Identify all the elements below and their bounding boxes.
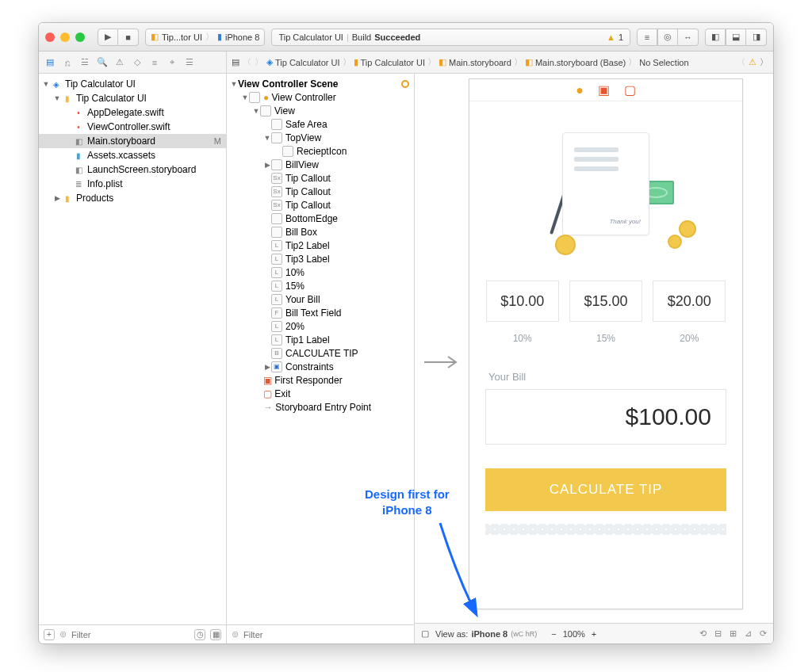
nav-forward-button[interactable]: 〉 — [255, 56, 263, 68]
zoom-out-button[interactable]: − — [551, 629, 556, 639]
pin-button[interactable]: ⊞ — [730, 628, 737, 639]
issues-indicator-icon[interactable]: ⚠ — [749, 57, 756, 67]
nav-back-button[interactable]: 〈 — [243, 56, 251, 68]
toggle-navigator-button[interactable]: ◧ — [705, 29, 726, 46]
jump-forward-button[interactable]: 〉 — [760, 56, 768, 68]
project-navigator-tab[interactable]: ▤ — [44, 56, 56, 69]
zoom-window-button[interactable] — [75, 32, 85, 42]
device-frame[interactable]: ● ▣ ▢ Thank you! $10.0010%$15.0015%$20.0… — [469, 78, 743, 609]
update-frames-button[interactable]: ⟳ — [760, 628, 767, 639]
run-button[interactable]: ▶ — [98, 29, 118, 46]
outline-row[interactable]: SxTip Callout — [227, 171, 414, 185]
outline-row[interactable]: ▶▣Constraints — [227, 360, 414, 373]
folder-icon: ▮ — [61, 192, 74, 204]
receipt-illustration: Thank you! — [469, 101, 742, 266]
outline-row[interactable]: L15% — [227, 279, 414, 292]
outline-row[interactable]: ▼TopView — [227, 131, 414, 144]
test-navigator-tab[interactable]: ◇ — [131, 56, 144, 69]
outline-row[interactable]: LTip3 Label — [227, 252, 414, 265]
outline-row[interactable]: ▼View — [227, 104, 414, 117]
tip-row: $10.0010%$15.0015%$20.0020% — [469, 281, 742, 344]
stop-button[interactable]: ■ — [118, 29, 139, 46]
swift-icon: • — [72, 106, 85, 119]
outline-row[interactable]: ▼● View Controller — [227, 90, 414, 104]
align-button[interactable]: ⊟ — [714, 628, 722, 639]
navigator-row[interactable]: •AppDelegate.swift — [39, 105, 226, 120]
close-window-button[interactable] — [45, 32, 55, 42]
issue-navigator-tab[interactable]: ⚠ — [113, 56, 126, 69]
outline-row[interactable]: LTip1 Label — [227, 333, 414, 346]
view-controller-icon[interactable]: ● — [576, 83, 584, 97]
navigator-row[interactable]: ◧Main.storyboardM — [39, 134, 226, 148]
symbol-navigator-tab[interactable]: ☱ — [79, 56, 91, 69]
outline-row[interactable]: FBill Text Field — [227, 306, 414, 319]
interface-builder-canvas[interactable]: ● ▣ ▢ Thank you! $10.0010%$15.0015%$20.0… — [415, 74, 773, 643]
toggle-debug-button[interactable]: ⬓ — [726, 29, 746, 46]
tip-value: $20.00 — [653, 281, 726, 322]
status-build-label: Build — [352, 32, 371, 42]
report-navigator-tab[interactable]: ☰ — [183, 56, 196, 69]
version-editor-button[interactable]: ↔ — [678, 29, 699, 46]
jump-back-button[interactable]: 〈 — [737, 56, 745, 68]
outline-row[interactable]: ▶BillView — [227, 158, 414, 171]
outline-row[interactable]: Safe Area — [227, 117, 414, 131]
tip-callout[interactable]: $20.0020% — [653, 281, 726, 344]
scene-indicator-icon — [401, 80, 409, 88]
outline-row[interactable]: LTip2 Label — [227, 239, 414, 252]
navigator-row[interactable]: ▼▮Tip Calculator UI — [39, 91, 226, 105]
activity-status: Tip Calculator UI | Build Succeeded ▲ 1 — [271, 29, 630, 46]
navigator-row[interactable]: ◧LaunchScreen.storyboard — [39, 162, 226, 177]
navigator-row[interactable]: ▮Assets.xcassets — [39, 148, 226, 162]
scheme-target-label: Tip...tor UI — [162, 32, 202, 42]
outline-row[interactable]: SxTip Callout — [227, 185, 414, 198]
navigator-row[interactable]: ▶▮Products — [39, 191, 226, 205]
scm-filter-button[interactable]: ▦ — [210, 629, 221, 640]
source-control-navigator-tab[interactable]: ⎌ — [61, 56, 74, 69]
outline-row[interactable]: BottomEdge — [227, 212, 414, 225]
outline-row[interactable]: Bill Box — [227, 225, 414, 239]
scheme-selector[interactable]: ◧ Tip...tor UI 〉 ▮ iPhone 8 — [145, 29, 265, 46]
debug-navigator-tab[interactable]: ≡ — [148, 56, 161, 69]
embed-in-button[interactable]: ⟲ — [699, 628, 707, 639]
toggle-inspector-button[interactable]: ◨ — [746, 29, 767, 46]
navigator-row[interactable]: ≣Info.plist — [39, 177, 226, 191]
calculate-tip-button[interactable]: CALCULATE TIP — [485, 468, 726, 511]
outline-row[interactable]: LYour Bill — [227, 292, 414, 306]
breadcrumb[interactable]: ◈Tip Calculator UI〉 ▮Tip Calculator UI〉 … — [266, 56, 689, 68]
outline-row[interactable]: ▣ First Responder — [227, 373, 414, 387]
minimize-window-button[interactable] — [60, 32, 70, 42]
warning-icon[interactable]: ▲ — [607, 32, 615, 42]
exit-icon[interactable]: ▢ — [624, 82, 636, 97]
assistant-editor-button[interactable]: ◎ — [657, 29, 678, 46]
outline-row[interactable]: SxTip Callout — [227, 198, 414, 212]
navigator-row[interactable]: ▼◈Tip Calculator UI — [39, 77, 226, 91]
first-responder-icon[interactable]: ▣ — [598, 82, 610, 97]
outline-row[interactable]: L10% — [227, 265, 414, 279]
outline-row[interactable]: BCALCULATE TIP — [227, 346, 414, 360]
xcode-window: ▶ ■ ◧ Tip...tor UI 〉 ▮ iPhone 8 Tip Calc… — [38, 22, 774, 644]
zoom-in-button[interactable]: + — [592, 629, 596, 639]
navigator-row[interactable]: •ViewController.swift — [39, 120, 226, 134]
outline-toggle-button[interactable]: ▤ — [232, 57, 239, 67]
view-as-control[interactable]: View as: iPhone 8 (wC hR) — [435, 629, 537, 639]
device-config-icon[interactable]: ▢ — [421, 628, 429, 639]
outline-row[interactable]: → Storyboard Entry Point — [227, 400, 414, 414]
bill-text-field[interactable]: $100.00 — [485, 389, 726, 445]
outline-row[interactable]: ▢ Exit — [227, 387, 414, 400]
tip-percent: 10% — [486, 333, 559, 344]
tip-callout[interactable]: $10.0010% — [486, 281, 559, 344]
standard-editor-button[interactable]: ≡ — [637, 29, 657, 46]
outline-row[interactable]: L20% — [227, 319, 414, 333]
breakpoint-navigator-tab[interactable]: ⌖ — [166, 56, 178, 69]
outline-footer: ⊚ — [227, 624, 414, 643]
add-button[interactable]: + — [44, 629, 55, 640]
resolve-issues-button[interactable]: ⊿ — [745, 628, 752, 639]
recent-filter-button[interactable]: ◷ — [194, 629, 205, 640]
outline-row[interactable]: RecieptIcon — [227, 144, 414, 158]
outline-filter-input[interactable] — [243, 630, 409, 640]
navigator-filter-input[interactable] — [71, 630, 190, 640]
tip-value: $10.00 — [486, 281, 559, 322]
tip-callout[interactable]: $15.0015% — [569, 281, 642, 344]
outline-scene-header[interactable]: ▼View Controller Scene — [227, 77, 414, 90]
find-navigator-tab[interactable]: 🔍 — [96, 56, 109, 69]
